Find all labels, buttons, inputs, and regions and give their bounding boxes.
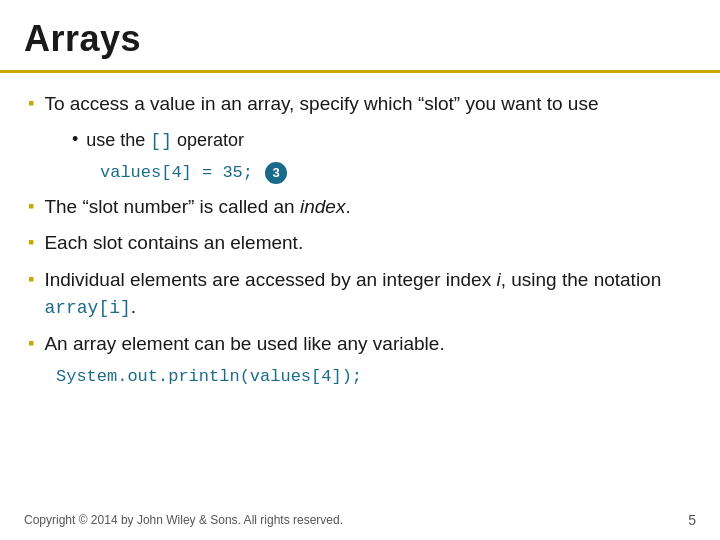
bullet-4: ▪ Individual elements are accessed by an… (28, 267, 696, 321)
bullet-symbol-3: ▪ (28, 232, 34, 253)
sub-bullet-dot: • (72, 129, 78, 150)
slide-title: Arrays (24, 18, 141, 59)
bullet-4-text: Individual elements are accessed by an i… (44, 267, 696, 321)
bullet-3-text: Each slot contains an element. (44, 230, 303, 257)
title-bar: Arrays (0, 0, 720, 73)
sub-bullets-1: • use the [] operator (72, 128, 696, 154)
footer: Copyright © 2014 by John Wiley & Sons. A… (24, 512, 696, 528)
annotation-circle: 3 (265, 162, 287, 184)
bullet-5-text: An array element can be used like any va… (44, 331, 444, 358)
standalone-code-block: System.out.println(values[4]); (56, 367, 696, 386)
bullet-1: ▪ To access a value in an array, specify… (28, 91, 696, 118)
bullet-3: ▪ Each slot contains an element. (28, 230, 696, 257)
standalone-code-text: System.out.println(values[4]); (56, 367, 362, 386)
code-brackets: [] (150, 131, 172, 151)
slide-container: Arrays ▪ To access a value in an array, … (0, 0, 720, 540)
bullet-5: ▪ An array element can be used like any … (28, 331, 696, 358)
bullet-symbol-2: ▪ (28, 196, 34, 217)
footer-page-number: 5 (688, 512, 696, 528)
bullet-symbol-5: ▪ (28, 333, 34, 354)
bullet-2: ▪ The “slot number” is called an index. (28, 194, 696, 221)
bullet-symbol-1: ▪ (28, 93, 34, 114)
sub-bullet-1-text: use the [] operator (86, 128, 244, 154)
footer-copyright: Copyright © 2014 by John Wiley & Sons. A… (24, 513, 343, 527)
annotation-number: 3 (272, 165, 279, 180)
code-block-1: values[4] = 35; 3 (100, 162, 696, 184)
bullet-symbol-4: ▪ (28, 269, 34, 290)
bullet-2-text: The “slot number” is called an index. (44, 194, 350, 221)
bullet-1-text: To access a value in an array, specify w… (44, 91, 598, 118)
sub-bullet-1: • use the [] operator (72, 128, 696, 154)
code-values: values[4] = 35; (100, 163, 253, 182)
content-area: ▪ To access a value in an array, specify… (0, 73, 720, 402)
code-array-i: array[i] (44, 298, 130, 318)
